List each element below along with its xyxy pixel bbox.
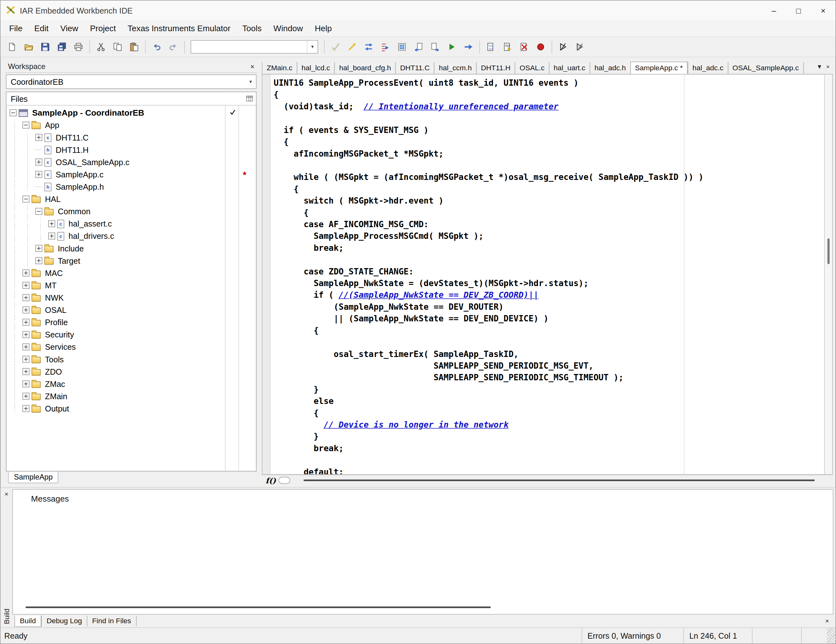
- paste-button[interactable]: [126, 39, 143, 54]
- tree-item-include[interactable]: Include: [8, 242, 256, 255]
- tree-item-dht11-c[interactable]: DHT11.C: [8, 131, 256, 144]
- workspace-tab-sampleapp[interactable]: SampleApp: [8, 471, 59, 483]
- redo-button[interactable]: [165, 39, 182, 54]
- toggle-breakpoint-button[interactable]: [532, 39, 549, 54]
- editor-vertical-scrollbar[interactable]: [825, 74, 833, 474]
- tree-expand-toggle[interactable]: [35, 208, 42, 215]
- menu-project[interactable]: Project: [84, 20, 122, 36]
- resize-grip[interactable]: [827, 628, 835, 643]
- tree-expand-toggle[interactable]: [22, 405, 29, 412]
- editor-tab-hal-ccm-h[interactable]: hal_ccm.h: [434, 62, 476, 74]
- tree-item-profile[interactable]: Profile: [8, 316, 256, 328]
- goto-function-button[interactable]: f(): [264, 476, 278, 485]
- build-pane-close-icon[interactable]: ×: [5, 490, 8, 498]
- tree-item-nwk[interactable]: NWK: [8, 291, 256, 304]
- tree-expand-toggle[interactable]: [35, 159, 42, 165]
- cut-button[interactable]: [93, 39, 109, 54]
- tree-item-sampleapp-coordinatoreb[interactable]: SampleApp - CoordinatorEB: [8, 106, 256, 119]
- new-document-button[interactable]: [4, 39, 20, 54]
- tree-item-hal[interactable]: HAL: [8, 193, 256, 205]
- bottom-tab-debug-log[interactable]: Debug Log: [41, 616, 87, 626]
- editor-tab-dht11-h[interactable]: DHT11.H: [476, 62, 515, 74]
- editor-tab-zmain-c[interactable]: ZMain.c: [262, 62, 297, 74]
- save-all-button[interactable]: [54, 39, 70, 54]
- tree-expand-toggle[interactable]: [22, 356, 29, 363]
- tree-item-target[interactable]: Target: [8, 255, 256, 267]
- tree-item-sampleapp-c[interactable]: SampleApp.c*: [8, 168, 256, 181]
- editor-gutter[interactable]: [262, 74, 271, 474]
- function-combobox[interactable]: [279, 477, 291, 484]
- stop-build-button[interactable]: [516, 39, 532, 54]
- bottom-tab-find-in-files[interactable]: Find in Files: [87, 616, 137, 626]
- horizontal-scrollbar-thumb[interactable]: [304, 479, 815, 481]
- menu-file[interactable]: File: [3, 20, 28, 36]
- editor-tab-hal-adc-h[interactable]: hal_adc.h: [589, 62, 630, 74]
- menu-view[interactable]: View: [54, 20, 84, 36]
- find-previous-button[interactable]: [344, 39, 361, 54]
- copy-button[interactable]: [109, 39, 126, 54]
- tree-expand-toggle[interactable]: [22, 343, 29, 350]
- editor-tab-hal-lcd-c[interactable]: hal_lcd.c: [297, 62, 335, 74]
- tree-expand-toggle[interactable]: [22, 122, 29, 129]
- build-tabbar-close-icon[interactable]: ×: [825, 617, 829, 625]
- make-button[interactable]: 010101: [483, 39, 499, 54]
- tree-item-zmain[interactable]: ZMain: [8, 390, 256, 402]
- tree-expand-toggle[interactable]: [22, 331, 29, 338]
- tree-item-security[interactable]: Security: [8, 328, 256, 341]
- tree-item-osal[interactable]: OSAL: [8, 304, 256, 316]
- tree-item-mac[interactable]: MAC: [8, 267, 256, 279]
- menu-tools[interactable]: Tools: [236, 20, 268, 36]
- tree-item-osal-sampleapp-c[interactable]: OSAL_SampleApp.c: [8, 156, 256, 168]
- editor-tab-hal-adc-c[interactable]: hal_adc.c: [687, 62, 728, 74]
- tree-item-output[interactable]: Output: [8, 402, 256, 415]
- tree-expand-toggle[interactable]: [22, 307, 29, 314]
- undo-button[interactable]: [149, 39, 165, 54]
- editor-tab-sampleapp-c[interactable]: SampleApp.c *: [630, 62, 687, 74]
- tree-item-services[interactable]: Services: [8, 341, 256, 353]
- minimize-button[interactable]: –: [762, 1, 786, 20]
- tree-expand-toggle[interactable]: [22, 368, 29, 375]
- save-button[interactable]: [37, 39, 54, 54]
- debug-without-downloading-button[interactable]: [571, 39, 588, 54]
- editor-close-icon[interactable]: ×: [826, 63, 830, 70]
- previous-bookmark-button[interactable]: [410, 39, 427, 54]
- tree-expand-toggle[interactable]: [22, 196, 29, 203]
- tree-expand-toggle[interactable]: [22, 380, 29, 387]
- toggle-bookmark-button[interactable]: [394, 39, 410, 54]
- maximize-button[interactable]: □: [786, 1, 811, 20]
- code-editor[interactable]: UINT16 SampleApp_ProcessEvent( uint8 tas…: [271, 74, 825, 474]
- menu-edit[interactable]: Edit: [28, 20, 54, 36]
- open-button[interactable]: [20, 39, 37, 54]
- replace-button[interactable]: [360, 39, 377, 54]
- messages-horizontal-scrollbar[interactable]: [15, 604, 831, 610]
- tree-item-mt[interactable]: MT: [8, 279, 256, 291]
- workspace-close-icon[interactable]: ×: [250, 62, 255, 70]
- tree-expand-toggle[interactable]: [35, 257, 42, 264]
- tree-expand-toggle[interactable]: [35, 245, 42, 252]
- download-and-debug-button[interactable]: [555, 39, 571, 54]
- tree-item-hal-drivers-c[interactable]: hal_drivers.c: [8, 230, 256, 242]
- tree-item-sampleapp-h[interactable]: SampleApp.h: [8, 181, 256, 193]
- horizontal-scrollbar-thumb[interactable]: [26, 606, 491, 608]
- compile-button[interactable]: 010: [499, 39, 516, 54]
- tree-item-hal-assert-c[interactable]: hal_assert.c: [8, 217, 256, 230]
- tab-list-icon[interactable]: ▼: [816, 63, 823, 70]
- menu-texas-instruments-emulator[interactable]: Texas Instruments Emulator: [122, 20, 236, 36]
- tree-item-app[interactable]: App: [8, 119, 256, 131]
- build-messages-area[interactable]: Messages: [12, 489, 833, 615]
- tree-expand-toggle[interactable]: [22, 294, 29, 301]
- tree-item-zmac[interactable]: ZMac: [8, 378, 256, 390]
- go-to-line-button[interactable]: [377, 39, 394, 54]
- close-button[interactable]: ×: [811, 1, 835, 20]
- tree-expand-toggle[interactable]: [48, 232, 55, 239]
- tree-expand-toggle[interactable]: [22, 270, 29, 276]
- tree-item-zdo[interactable]: ZDO: [8, 366, 256, 378]
- tree-expand-toggle[interactable]: [22, 282, 29, 289]
- find-combobox[interactable]: ▼: [191, 40, 318, 54]
- editor-tab-osal-c[interactable]: OSAL.c: [515, 62, 549, 74]
- editor-tab-dht11-c[interactable]: DHT11.C: [395, 62, 434, 74]
- chevron-down-icon[interactable]: ▼: [307, 41, 317, 53]
- tree-item-dht11-h[interactable]: DHT11.H: [8, 144, 256, 156]
- print-button[interactable]: [70, 39, 87, 54]
- configuration-select[interactable]: CoordinatorEB ▼: [6, 74, 257, 89]
